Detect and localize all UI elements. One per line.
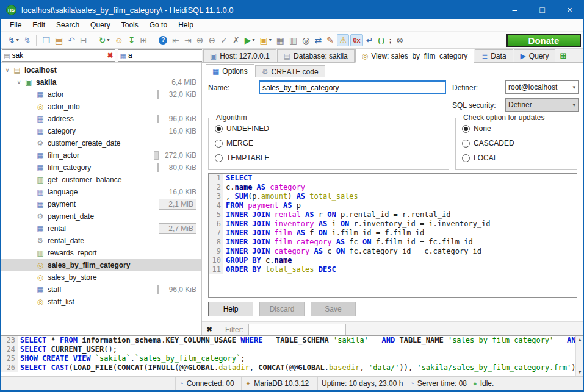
radio-button-icon[interactable] <box>215 140 223 148</box>
scroll-down-icon[interactable]: ▼ <box>579 370 581 375</box>
menu-goto[interactable]: Go to <box>144 20 173 30</box>
dropdown-arrow-icon[interactable]: ▾ <box>16 37 19 43</box>
dropdown-arrow-icon[interactable]: ▾ <box>269 37 272 43</box>
run-query-icon[interactable]: ▶▾ <box>243 35 257 46</box>
tab-view[interactable]: ◎ View: sales_by_film_category <box>355 49 474 63</box>
tree-item-rewards_report[interactable]: rewards_report <box>1 247 201 259</box>
log-scrollbar[interactable]: ▲ ▼ <box>575 336 583 376</box>
load-sql-icon[interactable]: ▣▾ <box>258 35 273 46</box>
find-icon[interactable]: ◎ <box>300 35 311 46</box>
indent-icon[interactable]: ↵ <box>364 35 375 46</box>
tree-item-payment_date[interactable]: payment_date <box>1 210 201 223</box>
tree-item-payment[interactable]: payment2,1 MiB <box>1 198 201 210</box>
stop-icon[interactable]: ⊗ <box>394 35 405 46</box>
dropdown-arrow-icon[interactable]: ▾ <box>252 37 254 43</box>
tree-item-category[interactable]: category16,0 KiB <box>1 125 201 137</box>
cancel-edit-icon[interactable]: ✗ <box>231 35 242 46</box>
collapse-chevron-icon[interactable]: ∨ <box>15 79 23 85</box>
radio-button-icon[interactable] <box>215 125 223 133</box>
menu-tools[interactable]: Tools <box>116 20 144 30</box>
post-icon[interactable]: ✓ <box>218 35 229 46</box>
radio-button-icon[interactable] <box>462 140 470 148</box>
warning-toggle-icon[interactable]: ⚠ <box>337 34 350 46</box>
help-button[interactable]: Help <box>208 302 253 316</box>
snippet-icon[interactable]: ⊞ <box>139 35 150 46</box>
tree-item-actor[interactable]: actor32,0 KiB <box>1 88 201 101</box>
tree-item-sales_by_film_category[interactable]: sales_by_film_category <box>1 259 201 271</box>
user-manager-icon[interactable]: ☺ <box>113 35 125 46</box>
discard-button[interactable]: Discard <box>259 302 305 316</box>
radio-cascaded[interactable]: CASCADED <box>462 139 577 148</box>
print-icon[interactable]: ⊟ <box>78 35 89 46</box>
table-filter-input[interactable] <box>12 51 106 60</box>
close-filter-icon[interactable]: ✖ <box>202 326 217 333</box>
radio-button-icon[interactable] <box>215 154 223 162</box>
sql-security-combobox[interactable]: Definer ▾ <box>505 98 579 112</box>
refresh-icon[interactable]: ↻▾ <box>97 35 112 46</box>
tree-item-sales_by_store[interactable]: sales_by_store <box>1 271 201 283</box>
radio-button-icon[interactable] <box>462 125 470 133</box>
save-button[interactable]: Save <box>311 302 356 316</box>
tree-item-rental_date[interactable]: rental_date <box>1 235 201 247</box>
dropdown-arrow-icon[interactable]: ▾ <box>107 37 109 43</box>
save-sql-icon[interactable]: ▦ <box>275 35 286 46</box>
subtab-options[interactable]: ▦ Options <box>206 64 254 77</box>
tree-item-rental[interactable]: rental2,7 MiB <box>1 223 201 235</box>
tab-data[interactable]: ≣ Data <box>475 49 513 62</box>
view-select-code-editor[interactable]: 1SELECT2c.name AS category3, SUM(p.amoun… <box>208 173 577 298</box>
tree-item-language[interactable]: language16,0 KiB <box>1 186 201 198</box>
session-manager-icon[interactable]: ↯▾ <box>6 35 21 46</box>
radio-temptable[interactable]: TEMPTABLE <box>215 154 449 162</box>
collapse-chevron-icon[interactable]: ∨ <box>3 67 12 73</box>
new-query-tab-icon[interactable]: ⊞ <box>560 51 566 60</box>
tree-item-film_actor[interactable]: film_actor272,0 KiB <box>1 149 201 162</box>
minimize-button[interactable]: – <box>501 1 528 19</box>
tab-host[interactable]: ▣ Host: 127.0.0.1 <box>203 49 276 62</box>
tree-item-actor_info[interactable]: actor_info <box>1 101 201 113</box>
tab-query[interactable]: ▶ Query <box>514 49 556 62</box>
insert-row-icon[interactable]: ⊕ <box>195 35 206 46</box>
undo-icon[interactable]: ↶ <box>66 35 77 46</box>
tree-item-staff[interactable]: staff96,0 KiB <box>1 283 201 296</box>
scroll-up-icon[interactable]: ▲ <box>579 337 581 342</box>
filter-input[interactable] <box>248 324 346 336</box>
export-database-icon[interactable]: ↧ <box>126 35 137 46</box>
radio-undefined[interactable]: UNDEFINED <box>215 124 449 133</box>
parentheses-icon[interactable]: ( ) <box>376 35 386 46</box>
tree-item-localhost[interactable]: ∨localhost <box>1 64 201 76</box>
radio-merge[interactable]: MERGE <box>215 139 449 148</box>
menu-search[interactable]: Search <box>51 20 85 30</box>
tab-database[interactable]: ▤ Database: sakila <box>277 49 355 62</box>
hex-toggle-icon[interactable]: 0x <box>350 34 362 46</box>
menu-query[interactable]: Query <box>85 20 116 30</box>
menu-edit[interactable]: Edit <box>27 20 51 30</box>
view-name-input[interactable] <box>259 80 446 94</box>
clear-table-filter-icon[interactable]: ✖ <box>106 51 114 60</box>
disconnect-icon[interactable]: ↯ <box>22 35 33 46</box>
maximize-button[interactable]: □ <box>528 1 556 19</box>
help-icon[interactable]: ? <box>157 35 169 46</box>
tree-item-sakila[interactable]: ∨sakila6,4 MiB <box>1 76 201 88</box>
radio-none[interactable]: None <box>462 124 577 133</box>
donate-button[interactable]: Donate <box>506 34 581 47</box>
radio-local[interactable]: LOCAL <box>462 154 577 162</box>
close-button[interactable]: × <box>556 1 583 19</box>
copy-icon[interactable]: ❐ <box>40 35 52 46</box>
paste-icon[interactable]: ▤ <box>53 35 65 46</box>
go-first-icon[interactable]: ⇤ <box>170 35 181 46</box>
menu-file[interactable]: File <box>4 20 27 30</box>
semicolon-icon[interactable]: ; <box>388 35 394 46</box>
tree-item-address[interactable]: address96,0 KiB <box>1 113 201 125</box>
radio-button-icon[interactable] <box>462 154 470 162</box>
sql-log-panel[interactable]: 23SELECT * FROM information_schema.KEY_C… <box>1 335 583 376</box>
tree-item-film_category[interactable]: film_category80,0 KiB <box>1 162 201 174</box>
menu-help[interactable]: Help <box>173 20 199 30</box>
save-sql-as-icon[interactable]: ▥ <box>287 35 299 46</box>
tree-item-customer_create_date[interactable]: customer_create_date <box>1 137 201 149</box>
tree-item-get_customer_balance[interactable]: get_customer_balance <box>1 174 201 186</box>
replace-icon[interactable]: ⇄ <box>312 35 323 46</box>
go-last-icon[interactable]: ⇥ <box>182 35 193 46</box>
reformat-icon[interactable]: ✎ <box>325 35 336 46</box>
definer-combobox[interactable]: root@localhost ▾ <box>505 80 579 94</box>
delete-row-icon[interactable]: ⊖ <box>206 35 217 46</box>
